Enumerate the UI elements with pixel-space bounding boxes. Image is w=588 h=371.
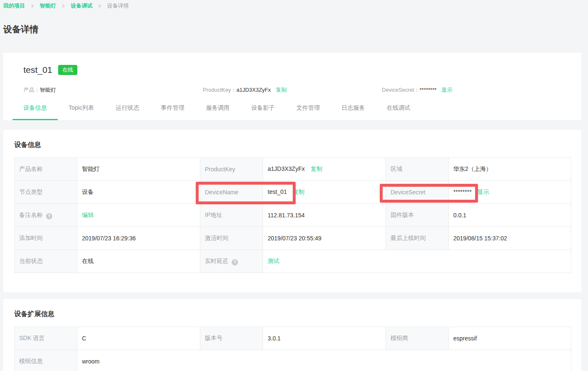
label-realtime-delay: 实时延迟? bbox=[200, 250, 263, 273]
label-version-number: 版本号 bbox=[200, 327, 263, 350]
remark-name-text: 备注名称 bbox=[19, 211, 43, 218]
product-label: 产品： bbox=[23, 87, 40, 93]
tab-device-info[interactable]: 设备信息 bbox=[13, 101, 58, 120]
value-added-time: 2019/07/23 16:29:36 bbox=[77, 227, 200, 250]
chevron-right-icon: > bbox=[99, 2, 101, 10]
value-current-status: 在线 bbox=[77, 250, 200, 273]
value-node-type: 设备 bbox=[77, 181, 200, 204]
device-info-table: 产品名称 智能灯 ProductKey a1JD3X3ZyFx复制 区域 华东2… bbox=[14, 157, 571, 273]
table-row: 模组信息 wroom bbox=[15, 350, 571, 371]
value-version-number: 3.0.1 bbox=[263, 327, 386, 350]
label-ip-address: IP地址 bbox=[200, 204, 263, 227]
realtime-delay-text: 实时延迟 bbox=[205, 258, 228, 264]
table-row: 产品名称 智能灯 ProductKey a1JD3X3ZyFx复制 区域 华东2… bbox=[15, 158, 571, 181]
tab-bar: 设备信息 Topic列表 运行状态 事件管理 服务调用 设备影子 文件管理 日志… bbox=[13, 101, 561, 120]
copy-productkey-link[interactable]: 复制 bbox=[276, 87, 287, 93]
product-value: 智能灯 bbox=[40, 87, 56, 93]
value-module-info: wroom bbox=[77, 350, 571, 371]
label-product-name: 产品名称 bbox=[15, 158, 77, 181]
value-ip-address: 112.81.73.154 bbox=[263, 204, 386, 227]
device-header-card: test_01 在线 产品：智能灯 ProductKey：a1JD3X3ZyFx… bbox=[3, 53, 581, 120]
value-module-vendor: espressif bbox=[449, 327, 571, 350]
tab-device-shadow[interactable]: 设备影子 bbox=[240, 101, 286, 120]
breadcrumb-my-projects[interactable]: 我的项目 bbox=[3, 2, 25, 10]
chevron-right-icon: > bbox=[62, 2, 65, 10]
label-node-type: 节点类型 bbox=[15, 181, 77, 204]
value-remark-name: 编辑 bbox=[77, 204, 200, 227]
label-module-vendor: 模组商 bbox=[386, 327, 449, 350]
label-last-online-time: 最后上线时间 bbox=[386, 227, 449, 250]
label-added-time: 添加时间 bbox=[15, 227, 77, 250]
show-devicesecret-link[interactable]: 显示 bbox=[442, 87, 453, 93]
help-icon[interactable]: ? bbox=[46, 213, 52, 219]
productkey-value: a1JD3X3ZyFx bbox=[236, 87, 271, 93]
label-devicename: DeviceName bbox=[200, 181, 263, 204]
meta-productkey: ProductKey：a1JD3X3ZyFx复制 bbox=[203, 86, 382, 94]
table-row: 节点类型 设备 DeviceName test_01复制 DeviceSecre… bbox=[15, 181, 571, 204]
tab-running-status[interactable]: 运行状态 bbox=[105, 101, 150, 120]
tab-topic-list[interactable]: Topic列表 bbox=[58, 101, 105, 120]
device-info-title: 设备信息 bbox=[14, 141, 571, 149]
value-devicename: test_01复制 bbox=[263, 181, 386, 204]
edit-remark-link[interactable]: 编辑 bbox=[82, 211, 94, 218]
status-badge: 在线 bbox=[58, 65, 77, 75]
breadcrumb-current: 设备详情 bbox=[107, 2, 129, 10]
value-product-name: 智能灯 bbox=[77, 158, 200, 181]
device-info-card: 设备信息 产品名称 智能灯 ProductKey a1JD3X3ZyFx复制 区… bbox=[3, 130, 581, 292]
value-productkey: a1JD3X3ZyFx复制 bbox=[263, 158, 386, 181]
extended-info-table: SDK 语言 C 版本号 3.0.1 模组商 espressif 模组信息 wr… bbox=[14, 327, 571, 371]
label-current-status: 当前状态 bbox=[15, 250, 77, 273]
breadcrumb-smart-lamp[interactable]: 智能灯 bbox=[40, 2, 56, 10]
devicesecret-text: ******** bbox=[453, 188, 472, 195]
device-name: test_01 bbox=[23, 65, 52, 75]
extended-info-card: 设备扩展信息 SDK 语言 C 版本号 3.0.1 模组商 espressif … bbox=[3, 299, 581, 371]
chevron-right-icon: > bbox=[31, 2, 34, 10]
table-row: SDK 语言 C 版本号 3.0.1 模组商 espressif bbox=[15, 327, 571, 350]
breadcrumb-device-debug[interactable]: 设备调试 bbox=[71, 2, 92, 10]
device-name-row: test_01 在线 bbox=[23, 64, 561, 76]
value-firmware-version: 0.0.1 bbox=[449, 204, 571, 227]
label-region: 区域 bbox=[386, 158, 449, 181]
page-title: 设备详情 bbox=[3, 23, 581, 35]
help-icon[interactable]: ? bbox=[232, 259, 238, 265]
label-activation-time: 激活时间 bbox=[200, 227, 263, 250]
productkey-label: ProductKey： bbox=[203, 87, 236, 93]
meta-devicesecret: DeviceSecret：********显示 bbox=[382, 86, 453, 94]
tab-file-management[interactable]: 文件管理 bbox=[286, 101, 331, 120]
label-firmware-version: 固件版本 bbox=[386, 204, 449, 227]
label-module-info: 模组信息 bbox=[15, 350, 77, 371]
extended-info-title: 设备扩展信息 bbox=[14, 310, 571, 318]
productkey-text: a1JD3X3ZyFx bbox=[268, 165, 305, 172]
value-sdk-language: C bbox=[77, 327, 200, 350]
value-activation-time: 2019/07/23 20:55:49 bbox=[263, 227, 386, 250]
test-delay-link[interactable]: 测试 bbox=[268, 258, 279, 264]
show-devicesecret-cell-link[interactable]: 显示 bbox=[478, 188, 489, 195]
tab-online-debug[interactable]: 在线调试 bbox=[376, 101, 421, 120]
breadcrumb: 我的项目 > 智能灯 > 设备调试 > 设备详情 bbox=[3, 0, 581, 10]
value-last-online-time: 2019/08/15 15:37:02 bbox=[449, 227, 571, 250]
meta-product: 产品：智能灯 bbox=[23, 86, 203, 94]
table-row: 备注名称? 编辑 IP地址 112.81.73.154 固件版本 0.0.1 bbox=[15, 204, 571, 227]
copy-productkey-cell-link[interactable]: 复制 bbox=[311, 165, 322, 172]
label-productkey: ProductKey bbox=[200, 158, 263, 181]
tab-event-management[interactable]: 事件管理 bbox=[150, 101, 195, 120]
value-region: 华东2（上海） bbox=[449, 158, 571, 181]
devicename-text: test_01 bbox=[268, 188, 287, 195]
value-realtime-delay: 测试 bbox=[263, 250, 571, 273]
value-devicesecret: ********显示 bbox=[449, 181, 571, 204]
devicesecret-value: ******** bbox=[419, 87, 436, 93]
table-row: 添加时间 2019/07/23 16:29:36 激活时间 2019/07/23… bbox=[15, 227, 571, 250]
tab-service-invocation[interactable]: 服务调用 bbox=[195, 101, 240, 120]
table-row: 当前状态 在线 实时延迟? 测试 bbox=[15, 250, 571, 273]
label-sdk-language: SDK 语言 bbox=[15, 327, 77, 350]
label-remark-name: 备注名称? bbox=[15, 204, 77, 227]
devicesecret-label: DeviceSecret： bbox=[382, 87, 419, 93]
copy-devicename-cell-link[interactable]: 复制 bbox=[293, 188, 304, 195]
label-devicesecret: DeviceSecret bbox=[386, 181, 449, 204]
device-meta-row: 产品：智能灯 ProductKey：a1JD3X3ZyFx复制 DeviceSe… bbox=[23, 86, 561, 94]
page: 我的项目 > 智能灯 > 设备调试 > 设备详情 设备详情 test_01 在线… bbox=[0, 0, 588, 371]
tab-log-service[interactable]: 日志服务 bbox=[331, 101, 376, 120]
